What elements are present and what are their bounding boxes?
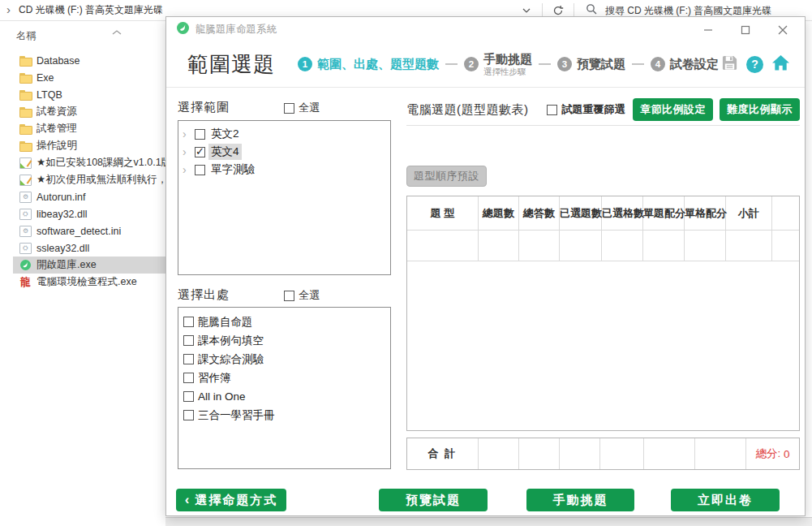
checkbox-eng2[interactable] bbox=[195, 129, 205, 140]
close-button[interactable] bbox=[771, 20, 795, 40]
computer-select-divider bbox=[406, 125, 800, 126]
file-row[interactable]: 試卷管理 bbox=[0, 120, 165, 137]
dup-filter-checkbox[interactable] bbox=[547, 105, 557, 115]
step-indicator: 1 範圍、出處、題型題數 2 手動挑題 選擇性步驟 3 預覽試題 bbox=[298, 52, 719, 75]
table-header-row: 題 型 總題數 總答數 已選題數 已選格數 單題配分 單格配分 小計 bbox=[407, 196, 799, 231]
source-item[interactable]: 習作簿 bbox=[178, 369, 390, 387]
step-4-circle: 4 bbox=[651, 57, 665, 71]
search-input[interactable]: 搜尋 CD 光碟機 (F:) 普高國文題庫光碟 bbox=[605, 4, 771, 18]
file-row[interactable]: 龍電腦環境檢查程式.exe bbox=[0, 274, 165, 291]
range-select-all[interactable]: 全選 bbox=[284, 101, 320, 115]
checkbox-eng4[interactable] bbox=[195, 147, 205, 157]
step-connector bbox=[632, 63, 644, 65]
expand-chevron-icon[interactable]: › bbox=[183, 146, 194, 157]
file-row[interactable]: ★初次使用或無法順利執行，請 bbox=[0, 171, 165, 188]
file-row[interactable]: ⛭libeay32.dll bbox=[0, 205, 165, 222]
total-score: 總分: 0 bbox=[746, 438, 799, 469]
app-green-icon bbox=[19, 259, 32, 271]
minimize-button[interactable] bbox=[696, 20, 720, 40]
range-section-header: 選擇範圍 全選 bbox=[178, 100, 391, 118]
preview-exam-button[interactable]: 預覽試題 bbox=[379, 489, 488, 511]
file-row-selected[interactable]: 開啟題庫.exe bbox=[13, 257, 165, 274]
col-extra bbox=[772, 196, 799, 231]
col-question-type: 題 型 bbox=[407, 196, 479, 231]
dragon-exe-icon: 龍 bbox=[19, 276, 32, 288]
file-row[interactable]: ★如已安裝108課綱之v1.0.1版 bbox=[0, 154, 165, 171]
explorer-bottom-strip bbox=[165, 517, 812, 526]
dll-file-icon: ⛭ bbox=[19, 243, 32, 254]
manual-pick-button[interactable]: 手動挑題 bbox=[526, 489, 634, 511]
question-order-preset-badge[interactable]: 題型順序預設 bbox=[406, 166, 487, 187]
source-checkbox[interactable] bbox=[183, 373, 194, 383]
step-1-circle: 1 bbox=[298, 57, 312, 71]
source-checkbox[interactable] bbox=[183, 317, 194, 327]
col-selected-blanks: 已選格數 bbox=[602, 196, 643, 231]
tree-item-eng4[interactable]: › 英文4 bbox=[178, 143, 390, 161]
source-item[interactable]: 三合一學習手冊 bbox=[178, 406, 390, 425]
tree-item-vocab[interactable]: › 單字測驗 bbox=[178, 161, 390, 179]
difficulty-ratio-button[interactable]: 難度比例顯示 bbox=[720, 98, 800, 121]
back-to-method-button[interactable]: ‹ 選擇命題方式 bbox=[176, 489, 286, 511]
generate-exam-button[interactable]: 立即出卷 bbox=[671, 489, 780, 511]
file-list: Database Exe LTQB 試卷資源 試卷管理 操作說明 ★如已安裝10… bbox=[0, 52, 165, 291]
source-item[interactable]: All in One bbox=[178, 387, 390, 406]
column-header-name[interactable]: 名稱 bbox=[16, 29, 146, 45]
notepad-file-icon bbox=[19, 175, 32, 186]
table-footer-row: 合 計 總分: 0 bbox=[406, 438, 800, 470]
expand-chevron-icon[interactable]: › bbox=[183, 164, 194, 175]
maximize-button[interactable] bbox=[733, 20, 758, 40]
col-total-answers: 總答數 bbox=[519, 196, 560, 231]
table-empty-row bbox=[407, 231, 799, 261]
tree-item-eng2[interactable]: › 英文2 bbox=[178, 125, 390, 143]
range-tree: › 英文2 › 英文4 › 單字測驗 bbox=[178, 120, 391, 275]
folder-icon bbox=[19, 54, 32, 67]
home-icon[interactable] bbox=[771, 54, 790, 75]
computer-select-title: 電腦選題(題型題數表) bbox=[406, 102, 529, 118]
file-row[interactable]: ⛭ssleay32.dll bbox=[0, 239, 165, 257]
computer-select-header: 電腦選題(題型題數表) 試題重覆篩選 章節比例設定 難度比例顯示 bbox=[406, 98, 800, 121]
step-3-preview: 3 預覽試題 bbox=[557, 57, 625, 72]
file-row[interactable]: 試卷資源 bbox=[0, 103, 165, 120]
source-checkbox[interactable] bbox=[183, 391, 194, 402]
source-item[interactable]: 課文綜合測驗 bbox=[178, 350, 390, 369]
range-title: 選擇範圍 bbox=[178, 100, 230, 114]
file-row[interactable]: LTQB bbox=[0, 86, 165, 103]
file-row[interactable]: Exe bbox=[0, 69, 165, 86]
dup-filter[interactable]: 試題重覆篩選 bbox=[547, 102, 625, 117]
header-divider bbox=[166, 87, 805, 88]
folder-icon bbox=[19, 88, 32, 101]
step-1-range: 1 範圍、出處、題型題數 bbox=[298, 57, 439, 72]
file-row[interactable]: Database bbox=[0, 52, 165, 69]
notepad-file-icon bbox=[19, 157, 32, 169]
source-item[interactable]: 龍騰自命題 bbox=[178, 313, 390, 331]
source-select-all[interactable]: 全選 bbox=[284, 288, 320, 303]
source-checkbox[interactable] bbox=[183, 335, 194, 346]
source-list: 龍騰自命題 課本例句填空 課文綜合測驗 習作簿 All in One 三合一學習… bbox=[178, 307, 391, 469]
source-section-header: 選擇出處 全選 bbox=[178, 287, 391, 305]
step-4-settings: 4 試卷設定 bbox=[651, 57, 719, 72]
address-bar[interactable]: CD 光碟機 (F:) 普高英文題庫光碟 bbox=[19, 3, 163, 17]
file-row[interactable]: ⚙software_detect.ini bbox=[0, 222, 165, 239]
source-checkbox[interactable] bbox=[183, 354, 194, 364]
file-row[interactable]: ⚙Autorun.inf bbox=[0, 188, 165, 205]
folder-icon bbox=[19, 71, 32, 84]
save-icon[interactable] bbox=[721, 54, 738, 75]
expand-chevron-icon[interactable]: › bbox=[183, 128, 194, 140]
checkbox-vocab[interactable] bbox=[195, 165, 205, 175]
col-points-per-question: 單題配分 bbox=[643, 196, 685, 231]
step-2-circle: 2 bbox=[464, 57, 479, 71]
source-item[interactable]: 課本例句填空 bbox=[178, 331, 390, 350]
breadcrumb-arrow-icon: › bbox=[6, 2, 11, 16]
question-type-table: 題 型 總題數 總答數 已選題數 已選格數 單題配分 單格配分 小計 bbox=[406, 196, 800, 431]
col-subtotal: 小計 bbox=[726, 196, 772, 231]
range-select-all-checkbox[interactable] bbox=[284, 103, 294, 114]
app-title: 龍騰題庫命題系統 bbox=[195, 23, 277, 37]
chapter-ratio-button[interactable]: 章節比例設定 bbox=[633, 98, 713, 121]
app-window: 龍騰題庫命題系統 範圍選題 1 範圍、出處、題型題數 bbox=[165, 16, 806, 516]
app-titlebar: 龍騰題庫命題系統 bbox=[166, 17, 805, 41]
config-file-icon: ⚙ bbox=[19, 226, 32, 237]
source-select-all-checkbox[interactable] bbox=[284, 291, 294, 301]
file-row[interactable]: 操作說明 bbox=[0, 137, 165, 154]
help-icon[interactable]: ? bbox=[746, 56, 763, 73]
source-checkbox[interactable] bbox=[183, 410, 194, 420]
